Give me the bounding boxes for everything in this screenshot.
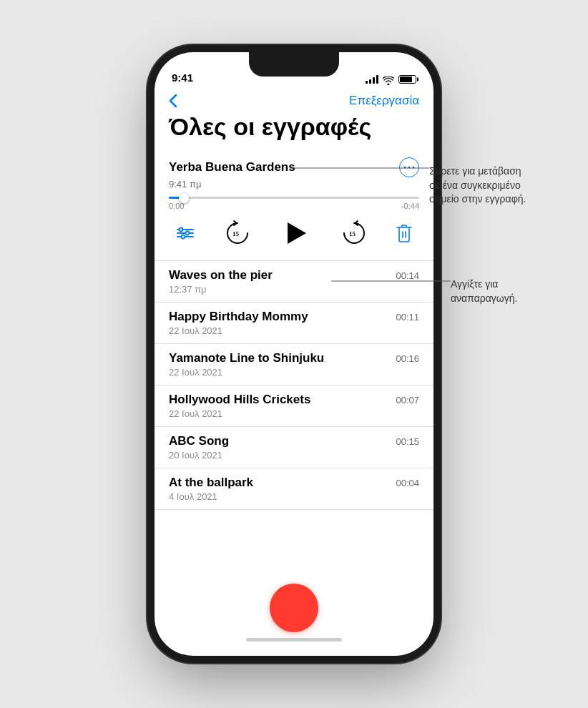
delete-button[interactable] <box>396 224 412 242</box>
recording-item[interactable]: Yamanote Line to Shinjuku 00:16 22 Ιουλ … <box>155 344 433 385</box>
recording-name: At the ballpark <box>169 476 253 490</box>
recording-item[interactable]: Waves on the pier 00:14 12:37 πμ <box>155 261 433 303</box>
settings-button[interactable] <box>176 226 195 240</box>
play-icon <box>288 222 306 244</box>
recording-duration: 00:15 <box>396 436 419 447</box>
skip-back-button[interactable]: 15 <box>224 220 251 247</box>
progress-container <box>169 197 419 199</box>
skip-forward-button[interactable]: 15 <box>340 220 368 247</box>
playback-controls: 15 15 <box>169 210 419 252</box>
record-button[interactable] <box>270 584 318 632</box>
phone-frame: 9:41 <box>155 52 433 656</box>
recording-date: 22 Ιουλ 2021 <box>169 367 419 378</box>
svg-point-7 <box>186 232 190 235</box>
svg-point-8 <box>182 235 185 239</box>
signal-icon <box>366 75 378 84</box>
expanded-recording-date: 9:41 πμ <box>169 179 419 190</box>
notch <box>249 52 339 77</box>
recording-name: ABC Song <box>169 434 229 448</box>
scene: 9:41 <box>0 0 588 708</box>
annotation-play-text: Αγγίξτε γιααναπαραγωγή. <box>451 277 565 305</box>
nav-bar: Επεξεργασία <box>155 88 433 111</box>
recording-date: 22 Ιουλ 2021 <box>169 408 419 419</box>
recording-date: 22 Ιουλ 2021 <box>169 325 419 336</box>
edit-button[interactable]: Επεξεργασία <box>349 94 419 108</box>
annotation-scrubber-text: Σύρετε για μετάβασησε ένα συγκεκριμένοση… <box>429 164 558 207</box>
expanded-recording-item: Yerba Buena Gardens 9:41 πμ <box>155 149 433 261</box>
recording-name: Happy Birthday Mommy <box>169 310 308 324</box>
progress-end: -0:44 <box>401 202 419 210</box>
svg-point-6 <box>180 228 183 232</box>
progress-start: 0:00 <box>169 202 184 210</box>
recording-item[interactable]: Happy Birthday Mommy 00:11 22 Ιουλ 2021 <box>155 303 433 344</box>
recording-item[interactable]: Hollywood Hills Crickets 00:07 22 Ιουλ 2… <box>155 385 433 427</box>
play-button[interactable] <box>280 217 311 249</box>
recording-duration: 00:16 <box>396 353 419 364</box>
expanded-recording-title: Yerba Buena Gardens <box>169 160 295 174</box>
back-button[interactable] <box>169 94 179 108</box>
svg-text:15: 15 <box>232 230 240 237</box>
annotation-play: Αγγίξτε γιααναπαραγωγή. <box>451 277 565 305</box>
recording-date: 12:37 πμ <box>169 284 419 295</box>
recording-list: Waves on the pier 00:14 12:37 πμ Happy B… <box>155 261 433 510</box>
wifi-icon <box>383 75 394 84</box>
recording-name: Hollywood Hills Crickets <box>169 393 310 407</box>
page-title: Όλες οι εγγραφές <box>155 111 433 149</box>
recording-duration: 00:11 <box>396 312 419 323</box>
recording-duration: 00:04 <box>396 478 419 488</box>
status-icons <box>366 75 416 84</box>
progress-thumb[interactable] <box>179 193 189 203</box>
progress-track[interactable] <box>169 197 419 199</box>
recording-date: 4 Ιουλ 2021 <box>169 491 419 502</box>
recording-duration: 00:07 <box>396 395 419 405</box>
recording-date: 20 Ιουλ 2021 <box>169 450 419 461</box>
svg-text:15: 15 <box>349 230 356 237</box>
recording-item[interactable]: At the ballpark 00:04 4 Ιουλ 2021 <box>155 468 433 510</box>
record-area <box>155 584 433 641</box>
annotation-scrubber: Σύρετε για μετάβασησε ένα συγκεκριμένοση… <box>429 164 565 207</box>
recording-name: Waves on the pier <box>169 268 273 282</box>
recording-item[interactable]: ABC Song 00:15 20 Ιουλ 2021 <box>155 427 433 468</box>
content: Επεξεργασία Όλες οι εγγραφές Yerba Buena… <box>155 88 433 656</box>
status-time: 9:41 <box>172 72 193 84</box>
progress-times: 0:00 -0:44 <box>169 202 419 210</box>
battery-icon <box>398 75 416 84</box>
home-indicator <box>246 638 342 641</box>
recording-name: Yamanote Line to Shinjuku <box>169 351 324 365</box>
